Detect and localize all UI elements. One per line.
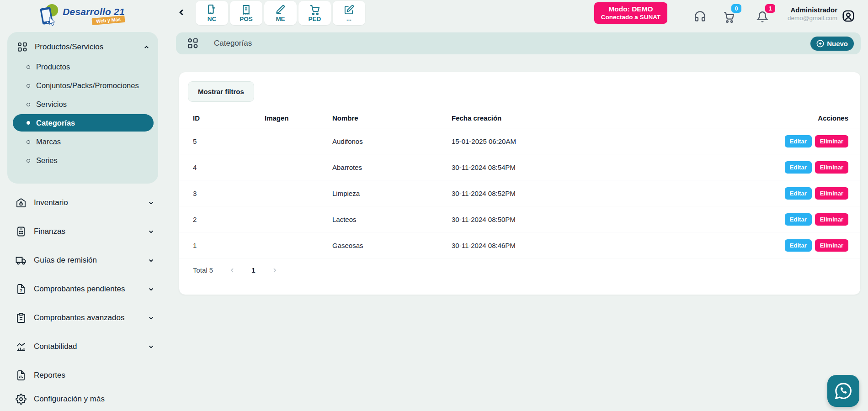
edit-button[interactable]: Editar xyxy=(785,239,812,252)
pagination-next-button[interactable] xyxy=(271,267,278,274)
bullet-icon xyxy=(27,65,30,69)
quick-button-label: ME xyxy=(276,16,285,22)
pagination: Total 5 1 xyxy=(179,266,860,274)
mode-line1: Modo: DEMO xyxy=(608,5,653,13)
sidebar-item-conjuntos-packs-promociones[interactable]: Conjuntos/Packs/Promociones xyxy=(7,76,158,95)
cart-button[interactable] xyxy=(723,11,735,23)
sidebar-subitem-label: Categorías xyxy=(36,119,75,127)
delete-button[interactable]: Eliminar xyxy=(815,187,848,200)
sidebar-item-guias-de-remision[interactable]: Guías de remisión xyxy=(0,250,161,270)
sidebar-item-productos-servicios[interactable]: Productos/Servicios xyxy=(7,37,158,58)
sidebar-item-inventario[interactable]: Inventario xyxy=(0,193,161,213)
user-menu[interactable]: Administrador demo@gmail.com xyxy=(759,6,837,22)
chevron-left-icon xyxy=(176,7,186,17)
bullet-icon xyxy=(27,140,30,144)
sidebar-item-contabilidad[interactable]: Contabilidad xyxy=(0,337,161,357)
chevron-down-icon xyxy=(148,200,154,206)
pagination-prev-button[interactable] xyxy=(229,267,236,274)
sidebar-item-categorias[interactable]: Categorías xyxy=(13,114,154,132)
pagination-page-1[interactable]: 1 xyxy=(251,266,255,274)
quick-button-more[interactable]: ... xyxy=(333,1,365,25)
quick-button-label: PED xyxy=(309,16,321,22)
sidebar-item-comprobantes-pendientes[interactable]: ? Comprobantes pendientes xyxy=(0,279,161,299)
gear-icon xyxy=(16,394,27,405)
column-header-id: ID xyxy=(193,114,265,122)
quick-button-me[interactable]: ME xyxy=(264,1,297,25)
cell-fecha: 30-11-2024 08:54PM xyxy=(452,163,785,171)
brand-logo-icon xyxy=(36,3,61,27)
user-avatar-icon xyxy=(841,9,855,23)
quick-button-ped[interactable]: PED xyxy=(298,1,331,25)
new-button[interactable]: Nuevo xyxy=(810,37,854,51)
cell-nombre: Limpieza xyxy=(332,190,452,197)
chart-icon xyxy=(16,341,27,352)
avatar[interactable] xyxy=(841,9,855,23)
sidebar-item-label: Configuración y más xyxy=(34,395,105,404)
truck-icon xyxy=(16,255,27,266)
page-header: Categorías Nuevo xyxy=(176,32,861,54)
quick-button-pos[interactable]: POS xyxy=(230,1,262,25)
sidebar-item-label: Inventario xyxy=(34,198,68,207)
edit-button[interactable]: Editar xyxy=(785,135,812,148)
support-button[interactable] xyxy=(694,10,706,22)
sidebar-subitem-label: Marcas xyxy=(36,137,61,146)
bullet-icon xyxy=(27,159,30,163)
quick-button-nc[interactable]: NC xyxy=(196,1,228,25)
sidebar-item-finanzas[interactable]: Finanzas xyxy=(0,221,161,242)
cell-nombre: Abarrotes xyxy=(332,163,452,171)
delete-button[interactable]: Eliminar xyxy=(815,239,848,252)
chevron-down-icon xyxy=(148,286,154,293)
sidebar-item-comprobantes-avanzados[interactable]: Comprobantes avanzados xyxy=(0,308,161,328)
sidebar-subitem-label: Conjuntos/Packs/Promociones xyxy=(36,81,139,90)
edit-button[interactable]: Editar xyxy=(785,187,812,200)
show-filters-button[interactable]: Mostrar filtros xyxy=(188,81,254,102)
cell-nombre: Gaseosas xyxy=(332,242,452,249)
bullet-icon xyxy=(27,84,30,88)
chevron-down-icon xyxy=(148,228,154,235)
sidebar-item-servicios[interactable]: Servicios xyxy=(7,95,158,114)
column-header-fecha: Fecha creación xyxy=(452,114,818,122)
receipt-icon xyxy=(240,4,252,16)
bullet-icon xyxy=(27,121,30,125)
delete-button[interactable]: Eliminar xyxy=(815,135,848,148)
cell-id: 4 xyxy=(193,163,265,171)
cell-id: 1 xyxy=(193,242,265,249)
cell-fecha: 30-11-2024 08:52PM xyxy=(452,190,785,197)
quick-button-label: ... xyxy=(346,16,351,22)
headset-icon xyxy=(694,10,706,22)
signature-icon xyxy=(275,4,286,16)
whatsapp-button[interactable] xyxy=(827,375,859,407)
sidebar-item-label: Reportes xyxy=(34,371,65,380)
app-root: Desarrollo 21 Web y Más Productos/Servic… xyxy=(0,0,868,411)
sidebar-item-series[interactable]: Series xyxy=(7,151,158,170)
column-header-nombre: Nombre xyxy=(332,114,452,122)
brand-logo: Desarrollo 21 Web y Más xyxy=(0,3,161,27)
edit-button[interactable]: Editar xyxy=(785,161,812,174)
user-name: Administrador xyxy=(759,6,837,15)
sidebar-item-configuracion[interactable]: Configuración y más xyxy=(0,389,161,409)
sidebar-item-label: Productos/Servicios xyxy=(35,42,103,52)
sidebar-collapse-button[interactable] xyxy=(176,7,186,17)
table-row: 2 Lacteos 30-11-2024 08:50PM EditarElimi… xyxy=(179,206,860,232)
bullet-icon xyxy=(27,103,30,106)
calculator-icon xyxy=(16,226,27,237)
cell-id: 3 xyxy=(193,190,265,197)
svg-text:?: ? xyxy=(20,288,22,293)
delete-button[interactable]: Eliminar xyxy=(815,161,848,174)
edit-icon xyxy=(344,5,354,15)
cell-fecha: 15-01-2025 06:20AM xyxy=(452,137,785,145)
sidebar-item-productos[interactable]: Productos xyxy=(7,58,158,76)
cell-fecha: 30-11-2024 08:46PM xyxy=(452,242,785,249)
sidebar-subitem-label: Productos xyxy=(36,63,70,71)
table-row: 5 Audifonos 15-01-2025 06:20AM EditarEli… xyxy=(179,128,860,154)
sidebar-item-label: Contabilidad xyxy=(34,342,77,351)
cell-id: 2 xyxy=(193,216,265,223)
edit-button[interactable]: Editar xyxy=(785,213,812,226)
sidebar-item-reportes[interactable]: Reportes xyxy=(0,365,161,385)
cell-nombre: Lacteos xyxy=(332,216,452,223)
table-row: 3 Limpieza 30-11-2024 08:52PM EditarElim… xyxy=(179,180,860,206)
sidebar-group-productos-servicios: Productos/Servicios Productos Conjuntos/… xyxy=(7,32,158,184)
table-header-row: ID Imagen Nombre Fecha creación Acciones xyxy=(179,108,860,128)
delete-button[interactable]: Eliminar xyxy=(815,213,848,226)
sidebar-item-marcas[interactable]: Marcas xyxy=(7,132,158,151)
